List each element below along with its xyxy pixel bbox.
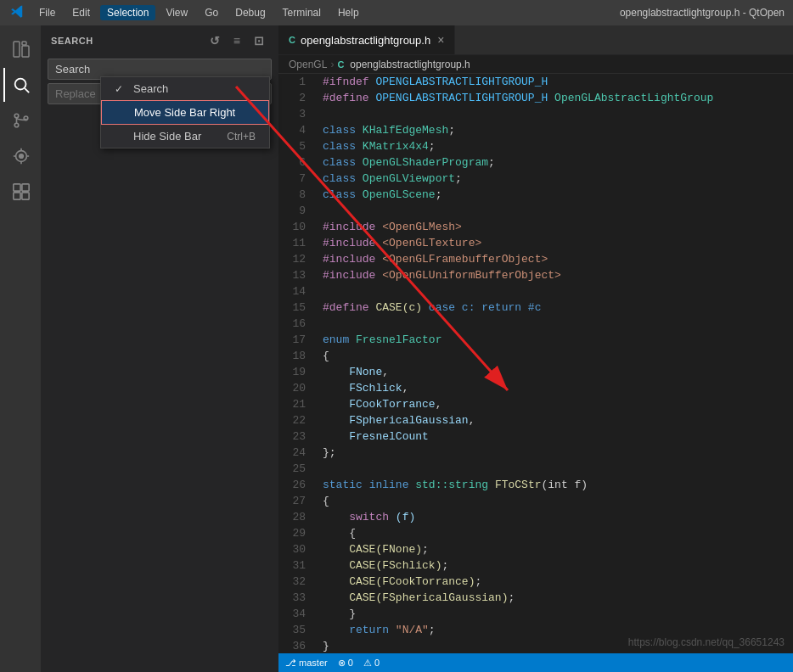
menu-bar: File Edit Selection View Go Debug Termin…: [32, 5, 620, 20]
code-line: static inline std::string FToCStr(int f): [323, 477, 786, 493]
svg-rect-13: [22, 193, 29, 199]
code-line: [323, 203, 786, 219]
sidebar: SEARCH ↺ ≡ ⊡ ✓ Search Move Side Bar Righ…: [41, 25, 278, 672]
line-number: 27: [285, 493, 306, 509]
breadcrumb-opengl[interactable]: OpenGL: [289, 59, 327, 70]
code-line: #define OPENGLABSTRACTLIGHTGROUP_H OpenG…: [323, 90, 786, 106]
menu-go[interactable]: Go: [198, 5, 225, 20]
activity-extensions[interactable]: [3, 175, 37, 209]
line-number: 35: [285, 622, 306, 638]
svg-point-6: [14, 123, 19, 127]
line-number: 13: [285, 267, 306, 283]
code-line: class OpenGLShaderProgram;: [323, 154, 786, 171]
move-sidebar-right-label: Move Side Bar Right: [134, 106, 235, 119]
clear-results-button[interactable]: ≡: [228, 31, 246, 50]
breadcrumb-filename[interactable]: openglabstractlightgroup.h: [350, 59, 470, 70]
code-line: FSphericalGaussian,: [323, 412, 786, 428]
activity-search[interactable]: [3, 68, 37, 102]
code-line: class KMatrix4x4;: [323, 138, 786, 154]
line-number: 16: [285, 316, 306, 332]
menu-view[interactable]: View: [159, 5, 194, 20]
menu-selection[interactable]: Selection: [100, 5, 155, 20]
code-line: }: [323, 606, 786, 622]
svg-point-3: [15, 79, 26, 90]
code-content[interactable]: #ifndef OPENGLABSTRACTLIGHTGROUP_H#defin…: [316, 74, 793, 653]
context-menu: ✓ Search Move Side Bar Right Hide Side B…: [100, 76, 270, 148]
activity-bar: [0, 25, 41, 672]
code-editor[interactable]: 1234567891011121314151617181920212223242…: [278, 74, 793, 653]
window-title: openglabstractlightgroup.h - QtOpen: [620, 7, 785, 19]
line-number: 25: [285, 461, 306, 477]
breadcrumb: OpenGL › C openglabstractlightgroup.h: [278, 55, 793, 74]
menu-item-hide-sidebar[interactable]: Hide Side Bar Ctrl+B: [101, 125, 269, 148]
line-number: 14: [285, 283, 306, 300]
line-number: 20: [285, 380, 306, 396]
code-line: [323, 316, 786, 332]
menu-item-move-sidebar-right[interactable]: Move Side Bar Right: [101, 100, 269, 125]
errors-count: ⊗ 0: [338, 658, 353, 669]
code-line: enum FresnelFactor: [323, 332, 786, 348]
line-number: 33: [285, 590, 306, 606]
activity-debug[interactable]: [3, 139, 37, 173]
line-number: 31: [285, 557, 306, 574]
line-number: 5: [285, 138, 306, 154]
line-number: 6: [285, 154, 306, 171]
search-checkmark: ✓: [115, 83, 127, 95]
code-line: {: [323, 348, 786, 364]
vscode-logo: [8, 4, 25, 21]
sidebar-header-icons: ↺ ≡ ⊡: [205, 31, 268, 50]
editor-area: C openglabstractlightgroup.h × OpenGL › …: [278, 25, 793, 672]
line-number: 17: [285, 332, 306, 348]
line-number: 28: [285, 509, 306, 525]
refresh-results-button[interactable]: ↺: [205, 31, 224, 50]
main-layout: SEARCH ↺ ≡ ⊡ ✓ Search Move Side Bar Righ…: [0, 25, 793, 672]
code-line: class OpenGLViewport;: [323, 171, 786, 187]
line-number: 34: [285, 606, 306, 622]
menu-edit[interactable]: Edit: [65, 5, 97, 20]
code-line: #include <OpenGLUniformBufferObject>: [323, 267, 786, 283]
menu-terminal[interactable]: Terminal: [276, 5, 328, 20]
line-number: 8: [285, 187, 306, 203]
code-line: {: [323, 525, 786, 541]
code-line: CASE(FSphericalGaussian);: [323, 590, 786, 606]
code-line: #include <OpenGLMesh>: [323, 219, 786, 235]
svg-rect-0: [14, 42, 20, 57]
hide-sidebar-label: Hide Side Bar: [133, 130, 201, 143]
line-number: 26: [285, 477, 306, 493]
menu-debug[interactable]: Debug: [228, 5, 272, 20]
svg-line-4: [25, 88, 29, 92]
code-line: {: [323, 493, 786, 509]
code-line: CASE(FCookTorrance);: [323, 574, 786, 590]
code-line: CASE(FSchlick);: [323, 557, 786, 574]
activity-explorer[interactable]: [3, 32, 37, 66]
tab-close-button[interactable]: ×: [437, 33, 444, 47]
menu-item-search[interactable]: ✓ Search: [101, 77, 269, 100]
line-number: 24: [285, 445, 306, 461]
tab-openglabstractlightgroup[interactable]: C openglabstractlightgroup.h ×: [278, 25, 455, 54]
menu-file[interactable]: File: [32, 5, 62, 20]
breadcrumb-separator: ›: [330, 59, 334, 70]
tab-filename: openglabstractlightgroup.h: [301, 34, 430, 47]
line-number: 18: [285, 348, 306, 364]
code-line: #include <OpenGLFramebufferObject>: [323, 251, 786, 267]
code-line: class KHalfEdgeMesh;: [323, 122, 786, 138]
collapse-all-button[interactable]: ⊡: [250, 31, 268, 50]
line-number: 36: [285, 638, 306, 653]
line-number: 12: [285, 251, 306, 267]
titlebar: File Edit Selection View Go Debug Termin…: [0, 0, 793, 25]
menu-help[interactable]: Help: [331, 5, 366, 20]
code-line: FresnelCount: [323, 428, 786, 445]
code-line: FSchlick,: [323, 380, 786, 396]
breadcrumb-file-icon: C: [337, 59, 344, 70]
warnings-count: ⚠ 0: [363, 658, 380, 669]
svg-rect-10: [14, 184, 20, 191]
svg-rect-1: [22, 46, 29, 57]
line-number: 23: [285, 428, 306, 445]
code-line: [323, 106, 786, 122]
activity-source-control[interactable]: [3, 104, 37, 137]
line-number: 29: [285, 525, 306, 541]
code-line: FCookTorrance,: [323, 396, 786, 412]
line-number: 11: [285, 235, 306, 251]
code-line: };: [323, 445, 786, 461]
svg-point-9: [20, 154, 24, 159]
